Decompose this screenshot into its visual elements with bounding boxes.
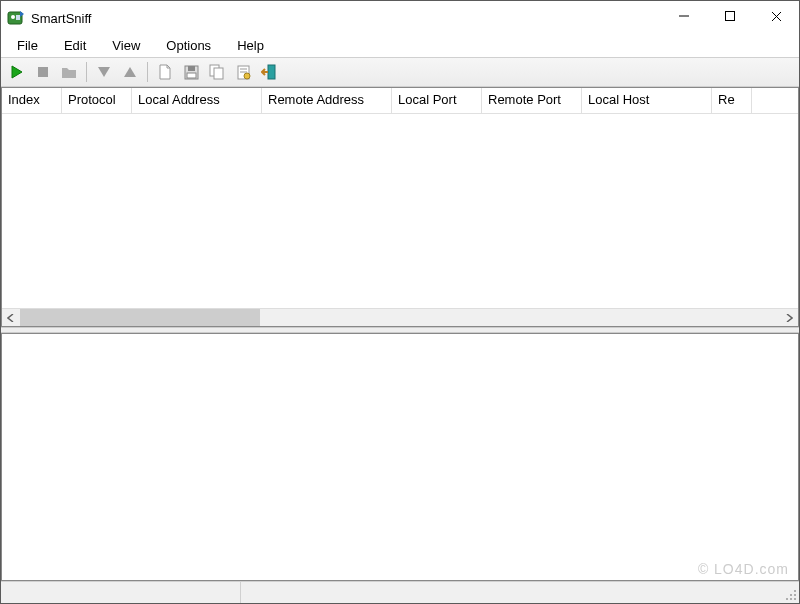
start-capture-button[interactable] — [5, 60, 29, 84]
detail-pane[interactable] — [1, 333, 799, 581]
menubar: File Edit View Options Help — [1, 35, 799, 57]
scroll-left-button[interactable] — [2, 309, 20, 327]
column-header[interactable]: Local Port — [392, 88, 482, 113]
svg-point-19 — [790, 594, 792, 596]
svg-point-18 — [794, 590, 796, 592]
column-header[interactable]: Remote Port — [482, 88, 582, 113]
toolbar — [1, 57, 799, 87]
column-header[interactable]: Local Address — [132, 88, 262, 113]
triangle-up-icon — [122, 65, 138, 79]
close-button[interactable] — [753, 1, 799, 31]
move-up-button[interactable] — [118, 60, 142, 84]
play-icon — [10, 65, 24, 79]
toolbar-separator — [147, 62, 148, 82]
stop-icon — [36, 65, 50, 79]
svg-point-1 — [11, 15, 15, 19]
new-button[interactable] — [153, 60, 177, 84]
app-icon — [7, 9, 25, 27]
menu-edit[interactable]: Edit — [54, 36, 96, 55]
folder-icon — [61, 65, 77, 79]
exit-icon — [261, 64, 277, 80]
packet-list-pane: IndexProtocolLocal AddressRemote Address… — [1, 87, 799, 327]
exit-button[interactable] — [257, 60, 281, 84]
scroll-right-button[interactable] — [780, 309, 798, 327]
column-header[interactable]: Local Host — [582, 88, 712, 113]
svg-point-16 — [244, 73, 250, 79]
svg-point-20 — [794, 594, 796, 596]
copy-button[interactable] — [205, 60, 229, 84]
minimize-button[interactable] — [661, 1, 707, 31]
menu-options[interactable]: Options — [156, 36, 221, 55]
table-header: IndexProtocolLocal AddressRemote Address… — [2, 88, 798, 114]
menu-help[interactable]: Help — [227, 36, 274, 55]
chevron-left-icon — [7, 314, 15, 322]
floppy-icon — [184, 65, 199, 80]
window-title: SmartSniff — [31, 11, 661, 26]
column-header[interactable]: Re — [712, 88, 752, 113]
column-header[interactable]: Protocol — [62, 88, 132, 113]
menu-view[interactable]: View — [102, 36, 150, 55]
horizontal-scrollbar[interactable] — [2, 308, 798, 326]
svg-rect-17 — [268, 65, 275, 79]
properties-button[interactable] — [231, 60, 255, 84]
svg-rect-4 — [726, 12, 735, 21]
scroll-thumb[interactable] — [20, 309, 260, 326]
triangle-down-icon — [96, 65, 112, 79]
svg-rect-7 — [38, 67, 48, 77]
maximize-button[interactable] — [707, 1, 753, 31]
save-button[interactable] — [179, 60, 203, 84]
scroll-track[interactable] — [20, 309, 780, 326]
svg-rect-10 — [187, 73, 196, 78]
grip-icon — [783, 587, 797, 601]
menu-file[interactable]: File — [7, 36, 48, 55]
open-button[interactable] — [57, 60, 81, 84]
svg-point-23 — [794, 598, 796, 600]
statusbar — [1, 581, 799, 603]
column-header[interactable]: Index — [2, 88, 62, 113]
svg-rect-12 — [214, 68, 223, 79]
copy-icon — [209, 64, 225, 80]
chevron-right-icon — [785, 314, 793, 322]
status-cell — [1, 582, 241, 603]
column-header[interactable]: Remote Address — [262, 88, 392, 113]
stop-capture-button[interactable] — [31, 60, 55, 84]
window-controls — [661, 1, 799, 35]
svg-point-21 — [786, 598, 788, 600]
titlebar: SmartSniff — [1, 1, 799, 35]
toolbar-separator — [86, 62, 87, 82]
svg-rect-2 — [16, 15, 20, 20]
table-body[interactable] — [2, 114, 798, 308]
svg-rect-9 — [188, 66, 195, 71]
svg-point-22 — [790, 598, 792, 600]
document-icon — [158, 64, 172, 80]
properties-icon — [236, 64, 251, 80]
move-down-button[interactable] — [92, 60, 116, 84]
resize-grip[interactable] — [783, 587, 797, 601]
app-window: SmartSniff File Edit View Options Help — [0, 0, 800, 604]
